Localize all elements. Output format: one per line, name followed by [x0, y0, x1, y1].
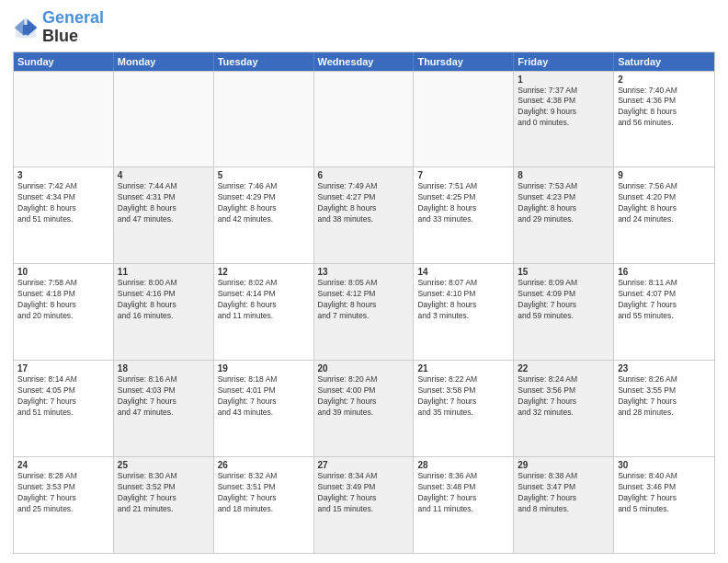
day-detail: Sunrise: 7:42 AM Sunset: 4:34 PM Dayligh… [17, 181, 109, 225]
calendar-cell-empty-3 [314, 72, 415, 167]
calendar-cell-16: 16Sunrise: 8:11 AM Sunset: 4:07 PM Dayli… [614, 264, 714, 360]
day-number: 17 [17, 363, 109, 373]
logo-icon [13, 15, 39, 40]
day-detail: Sunrise: 7:56 AM Sunset: 4:20 PM Dayligh… [618, 181, 711, 225]
calendar-row-4: 24Sunrise: 8:28 AM Sunset: 3:53 PM Dayli… [14, 456, 714, 553]
day-number: 29 [518, 460, 609, 470]
day-detail: Sunrise: 7:58 AM Sunset: 4:18 PM Dayligh… [17, 278, 109, 322]
day-detail: Sunrise: 7:53 AM Sunset: 4:23 PM Dayligh… [518, 181, 609, 225]
day-number: 2 [618, 75, 711, 85]
day-number: 23 [618, 363, 711, 373]
day-number: 22 [518, 363, 609, 373]
day-detail: Sunrise: 8:11 AM Sunset: 4:07 PM Dayligh… [618, 278, 711, 322]
calendar-cell-20: 20Sunrise: 8:20 AM Sunset: 4:00 PM Dayli… [314, 361, 415, 456]
weekday-header-sunday: Sunday [14, 52, 114, 71]
logo-text: General Blue [42, 9, 104, 46]
calendar-cell-15: 15Sunrise: 8:09 AM Sunset: 4:09 PM Dayli… [514, 264, 614, 360]
day-detail: Sunrise: 8:00 AM Sunset: 4:16 PM Dayligh… [118, 278, 210, 322]
calendar-cell-6: 6Sunrise: 7:49 AM Sunset: 4:27 PM Daylig… [314, 167, 415, 263]
weekday-header-wednesday: Wednesday [314, 52, 415, 71]
day-number: 30 [618, 460, 711, 470]
calendar-cell-empty-1 [114, 72, 214, 167]
day-number: 6 [318, 170, 410, 180]
calendar-cell-empty-4 [414, 72, 514, 167]
day-number: 15 [518, 267, 609, 277]
calendar-cell-23: 23Sunrise: 8:26 AM Sunset: 3:55 PM Dayli… [614, 361, 714, 456]
day-detail: Sunrise: 8:09 AM Sunset: 4:09 PM Dayligh… [518, 278, 609, 322]
day-detail: Sunrise: 8:14 AM Sunset: 4:05 PM Dayligh… [17, 374, 109, 419]
day-number: 8 [518, 170, 609, 180]
day-detail: Sunrise: 7:46 AM Sunset: 4:29 PM Dayligh… [218, 181, 310, 225]
calendar-cell-12: 12Sunrise: 8:02 AM Sunset: 4:14 PM Dayli… [214, 264, 314, 360]
day-number: 4 [118, 170, 210, 180]
calendar-cell-19: 19Sunrise: 8:18 AM Sunset: 4:01 PM Dayli… [214, 361, 314, 456]
day-detail: Sunrise: 8:24 AM Sunset: 3:56 PM Dayligh… [518, 374, 609, 419]
day-number: 19 [218, 363, 310, 373]
day-number: 26 [218, 460, 310, 470]
day-number: 14 [417, 267, 509, 277]
day-detail: Sunrise: 7:49 AM Sunset: 4:27 PM Dayligh… [318, 181, 410, 225]
calendar-cell-2: 2Sunrise: 7:40 AM Sunset: 4:36 PM Daylig… [614, 72, 714, 167]
weekday-header-saturday: Saturday [614, 52, 714, 71]
day-detail: Sunrise: 8:38 AM Sunset: 3:47 PM Dayligh… [518, 471, 609, 515]
calendar-row-1: 3Sunrise: 7:42 AM Sunset: 4:34 PM Daylig… [14, 167, 714, 263]
day-number: 28 [417, 460, 509, 470]
calendar-cell-27: 27Sunrise: 8:34 AM Sunset: 3:49 PM Dayli… [314, 457, 415, 553]
calendar-cell-29: 29Sunrise: 8:38 AM Sunset: 3:47 PM Dayli… [514, 457, 614, 553]
svg-rect-4 [23, 25, 28, 35]
weekday-header-friday: Friday [514, 52, 614, 71]
day-detail: Sunrise: 8:26 AM Sunset: 3:55 PM Dayligh… [618, 374, 711, 419]
calendar-cell-24: 24Sunrise: 8:28 AM Sunset: 3:53 PM Dayli… [14, 457, 114, 553]
weekday-header-monday: Monday [114, 52, 214, 71]
page: General Blue SundayMondayTuesdayWednesda… [0, 0, 728, 563]
day-detail: Sunrise: 7:37 AM Sunset: 4:38 PM Dayligh… [518, 86, 609, 130]
calendar-cell-4: 4Sunrise: 7:44 AM Sunset: 4:31 PM Daylig… [114, 167, 214, 263]
day-number: 20 [318, 363, 410, 373]
day-number: 5 [218, 170, 310, 180]
calendar-cell-28: 28Sunrise: 8:36 AM Sunset: 3:48 PM Dayli… [414, 457, 514, 553]
weekday-header-thursday: Thursday [414, 52, 514, 71]
calendar-cell-14: 14Sunrise: 8:07 AM Sunset: 4:10 PM Dayli… [414, 264, 514, 360]
calendar-cell-25: 25Sunrise: 8:30 AM Sunset: 3:52 PM Dayli… [114, 457, 214, 553]
day-detail: Sunrise: 8:20 AM Sunset: 4:00 PM Dayligh… [318, 374, 410, 419]
calendar-cell-22: 22Sunrise: 8:24 AM Sunset: 3:56 PM Dayli… [514, 361, 614, 456]
calendar-cell-17: 17Sunrise: 8:14 AM Sunset: 4:05 PM Dayli… [14, 361, 114, 456]
day-detail: Sunrise: 8:34 AM Sunset: 3:49 PM Dayligh… [318, 471, 410, 515]
calendar-cell-30: 30Sunrise: 8:40 AM Sunset: 3:46 PM Dayli… [614, 457, 714, 553]
calendar-cell-5: 5Sunrise: 7:46 AM Sunset: 4:29 PM Daylig… [214, 167, 314, 263]
day-number: 13 [318, 267, 410, 277]
day-detail: Sunrise: 8:16 AM Sunset: 4:03 PM Dayligh… [118, 374, 210, 419]
day-detail: Sunrise: 7:40 AM Sunset: 4:36 PM Dayligh… [618, 86, 711, 130]
day-number: 9 [618, 170, 711, 180]
calendar-cell-9: 9Sunrise: 7:56 AM Sunset: 4:20 PM Daylig… [614, 167, 714, 263]
calendar-row-2: 10Sunrise: 7:58 AM Sunset: 4:18 PM Dayli… [14, 263, 714, 360]
day-number: 24 [17, 460, 109, 470]
calendar-cell-7: 7Sunrise: 7:51 AM Sunset: 4:25 PM Daylig… [414, 167, 514, 263]
logo: General Blue [13, 9, 104, 46]
calendar-body: 1Sunrise: 7:37 AM Sunset: 4:38 PM Daylig… [14, 71, 714, 553]
day-detail: Sunrise: 8:36 AM Sunset: 3:48 PM Dayligh… [417, 471, 509, 515]
day-number: 11 [118, 267, 210, 277]
day-detail: Sunrise: 8:30 AM Sunset: 3:52 PM Dayligh… [118, 471, 210, 515]
calendar-cell-10: 10Sunrise: 7:58 AM Sunset: 4:18 PM Dayli… [14, 264, 114, 360]
day-detail: Sunrise: 8:40 AM Sunset: 3:46 PM Dayligh… [618, 471, 711, 515]
day-detail: Sunrise: 8:28 AM Sunset: 3:53 PM Dayligh… [17, 471, 109, 515]
header: General Blue [13, 9, 715, 46]
day-number: 16 [618, 267, 711, 277]
calendar-cell-empty-0 [14, 72, 114, 167]
day-number: 10 [17, 267, 109, 277]
day-detail: Sunrise: 7:44 AM Sunset: 4:31 PM Dayligh… [118, 181, 210, 225]
calendar-cell-8: 8Sunrise: 7:53 AM Sunset: 4:23 PM Daylig… [514, 167, 614, 263]
calendar-cell-21: 21Sunrise: 8:22 AM Sunset: 3:58 PM Dayli… [414, 361, 514, 456]
calendar: SundayMondayTuesdayWednesdayThursdayFrid… [13, 52, 715, 554]
day-detail: Sunrise: 8:02 AM Sunset: 4:14 PM Dayligh… [218, 278, 310, 322]
day-number: 12 [218, 267, 310, 277]
day-number: 18 [118, 363, 210, 373]
calendar-row-3: 17Sunrise: 8:14 AM Sunset: 4:05 PM Dayli… [14, 360, 714, 456]
calendar-cell-13: 13Sunrise: 8:05 AM Sunset: 4:12 PM Dayli… [314, 264, 415, 360]
calendar-row-0: 1Sunrise: 7:37 AM Sunset: 4:38 PM Daylig… [14, 71, 714, 167]
calendar-cell-empty-2 [214, 72, 314, 167]
day-detail: Sunrise: 8:07 AM Sunset: 4:10 PM Dayligh… [417, 278, 509, 322]
day-detail: Sunrise: 7:51 AM Sunset: 4:25 PM Dayligh… [417, 181, 509, 225]
calendar-cell-3: 3Sunrise: 7:42 AM Sunset: 4:34 PM Daylig… [14, 167, 114, 263]
